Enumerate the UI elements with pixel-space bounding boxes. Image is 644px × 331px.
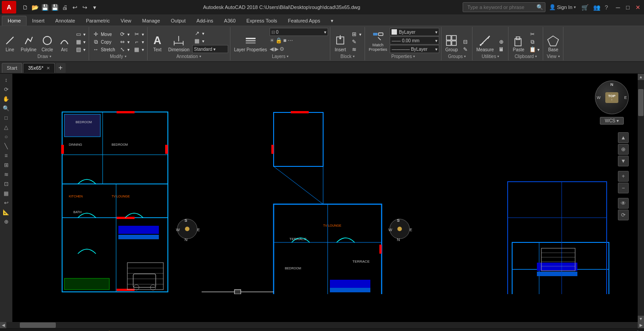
properties-group-label[interactable]: Properties▾ (367, 53, 439, 59)
clipboard-group-label[interactable]: Clipboard▾ (510, 53, 541, 59)
doc-tab-close[interactable]: ✕ (46, 66, 50, 71)
maximize-btn[interactable]: □ (623, 3, 632, 12)
layer-more-icon[interactable]: ⋯ (288, 37, 293, 44)
id-btn[interactable]: ⊕ (496, 38, 506, 45)
lt-measure-btn[interactable]: 📐 (1, 208, 12, 217)
arc-btn[interactable]: Arc (56, 33, 72, 53)
save-as-btn[interactable]: 💾 (50, 3, 59, 12)
layer-prev-icon[interactable]: ◀ (270, 46, 274, 52)
open-btn[interactable]: 📂 (31, 3, 40, 12)
zoom-out-btn[interactable]: − (618, 183, 629, 193)
tab-more[interactable]: ▾ (325, 16, 339, 26)
print-btn[interactable]: 🖨 (60, 3, 69, 12)
tab-featured[interactable]: Featured Apps (283, 16, 326, 26)
scale-btn[interactable]: ⤡▾ (117, 46, 131, 53)
utilities-group-label[interactable]: Utilities▾ (474, 53, 506, 59)
tab-insert[interactable]: Insert (27, 16, 50, 26)
doc-tab-start[interactable]: Start (2, 63, 22, 73)
gradient-btn[interactable]: ▧ ▾ (73, 46, 87, 53)
create-block-btn[interactable]: ⊞▾ (349, 31, 363, 38)
doc-tab-35x65[interactable]: 35x65* ✕ (23, 63, 54, 73)
line-btn[interactable]: Line (2, 33, 18, 53)
lt-line-btn[interactable]: ╲ (1, 142, 12, 151)
polyline-btn[interactable]: Polyline (19, 33, 38, 53)
block-group-label[interactable]: Block▾ (332, 53, 363, 59)
circle-btn[interactable]: Circle (39, 33, 55, 53)
block-editor-btn[interactable]: ✎ (349, 38, 363, 45)
insert-btn[interactable]: Insert (332, 33, 348, 53)
tab-express[interactable]: Express Tools (241, 16, 283, 26)
sign-in-btn[interactable]: 👤 Sign In ▾ (549, 4, 576, 10)
tab-a360[interactable]: A360 (219, 16, 241, 26)
hatch-btn[interactable]: ▦ ▾ (73, 38, 87, 45)
wcs-dropdown[interactable]: WCS ▾ (600, 117, 624, 125)
undo-btn[interactable]: ↩ (70, 3, 79, 12)
pan-down-btn[interactable]: ▼ (618, 156, 629, 166)
redo-btn[interactable]: ↪ (80, 3, 89, 12)
anno-style-dropdown[interactable]: Standard▾ (192, 45, 228, 53)
move-btn[interactable]: ✛Move (91, 31, 117, 38)
layer-freeze-icon[interactable]: ☀ (270, 37, 275, 44)
match-properties-btn[interactable]: MatchProperties (367, 29, 389, 53)
tab-manage[interactable]: Manage (137, 16, 166, 26)
cart-icon[interactable]: 🛒 (580, 4, 590, 11)
rectangle-btn[interactable]: ▭ ▾ (73, 31, 87, 38)
scroll-track-h[interactable] (6, 322, 638, 328)
copy2-btn[interactable]: ⧉ (527, 38, 541, 45)
lt-undo-btn[interactable]: ↩ (1, 198, 12, 207)
paste-special-btn[interactable]: 📋▾ (527, 46, 541, 53)
save-btn[interactable]: 💾 (41, 3, 50, 12)
lt-point-btn[interactable]: ⊕ (1, 217, 12, 226)
lt-zoom-btn[interactable]: ⟳ (1, 85, 12, 94)
annotation-group-label[interactable]: Annotation▾ (149, 53, 228, 59)
rotate-view-btn[interactable]: ⟳ (618, 210, 629, 220)
bylayer-dropdown[interactable]: ByLayer ▾ (390, 28, 439, 36)
tab-addins[interactable]: Add-ins (191, 16, 219, 26)
view-group-label[interactable]: View▾ (545, 53, 561, 59)
scroll-thumb-v[interactable] (638, 89, 644, 116)
pan-home-btn[interactable]: ⊕ (618, 144, 629, 155)
tab-view[interactable]: View (115, 16, 137, 26)
lt-list-btn[interactable]: ≡ (1, 151, 12, 160)
close-btn[interactable]: ✕ (633, 3, 642, 12)
lt-box-btn[interactable]: □ (1, 113, 12, 122)
trim-btn[interactable]: ✂▾ (132, 31, 145, 38)
layer-settings-icon[interactable]: ⚙ (279, 46, 284, 52)
account-icon[interactable]: 👥 (591, 4, 602, 11)
layers-group-label[interactable]: Layers▾ (232, 53, 328, 59)
minimize-btn[interactable]: ─ (613, 3, 622, 12)
lt-dotgrid-btn[interactable]: ⊡ (1, 179, 12, 188)
fillet-btn[interactable]: ⌐▾ (132, 38, 145, 45)
scroll-down-btn[interactable]: ▼ (638, 316, 644, 322)
group-edit-btn[interactable]: ✎ (460, 46, 470, 53)
text-btn[interactable]: A Text (149, 33, 166, 53)
lt-pan-btn[interactable]: ✋ (1, 94, 12, 103)
measure-btn[interactable]: Measure (474, 33, 495, 53)
ungroup-btn[interactable]: ⊟ (460, 38, 470, 45)
define-attr-btn[interactable]: ≋ (349, 46, 363, 53)
canvas-area[interactable]: BEDROOM S E W N N (13, 74, 638, 322)
lineweight-dropdown[interactable]: —— 0.00 mm ▾ (390, 36, 439, 45)
search-input[interactable] (465, 2, 535, 12)
help-icon[interactable]: ? (603, 4, 610, 11)
lt-triangle-btn[interactable]: △ (1, 123, 12, 132)
tab-output[interactable]: Output (166, 16, 191, 26)
nav-top-label[interactable]: TOP ↑ (605, 92, 618, 103)
stretch-btn[interactable]: ↔Stretch (91, 46, 117, 53)
table-btn[interactable]: ▦▾ (192, 37, 228, 45)
layer-properties-btn[interactable]: Layer Properties (232, 33, 269, 53)
layer-next-icon[interactable]: ▶ (275, 46, 279, 52)
mirror-btn[interactable]: ⇔▾ (117, 38, 131, 45)
modify-group-label[interactable]: Modify▾ (91, 53, 145, 59)
zoom-in-btn[interactable]: + (618, 171, 629, 182)
lt-select-btn[interactable]: ↕ (1, 76, 12, 85)
copy-btn[interactable]: ⧉Copy (91, 38, 117, 45)
scroll-up-btn[interactable]: ▲ (638, 74, 644, 80)
nav-cube[interactable]: TOP ↑ N E W (595, 81, 629, 114)
layer-color-icon[interactable]: ■ (283, 37, 286, 44)
right-scrollbar[interactable]: ▲ ▼ (638, 74, 644, 322)
rotate-btn[interactable]: ⟳▾ (117, 31, 131, 38)
tab-annotate[interactable]: Annotate (50, 16, 81, 26)
scroll-thumb-h[interactable] (20, 322, 56, 328)
lt-zoom-window-btn[interactable]: 🔍 (1, 104, 12, 113)
